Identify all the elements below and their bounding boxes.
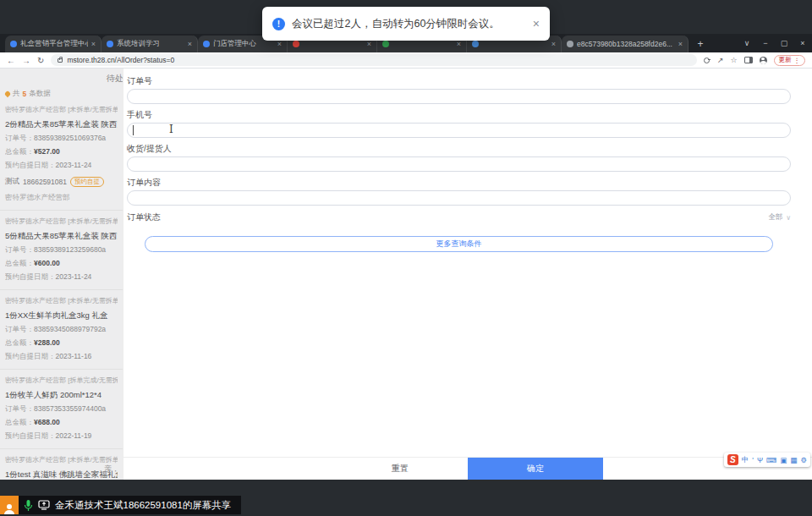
tab-favicon <box>107 41 113 47</box>
phone-field-label: 手机号 <box>127 111 791 119</box>
window-controls: ∨ − ▢ × <box>738 34 812 52</box>
buyer-phone: 18662591081 <box>23 178 67 186</box>
chrome-update-button[interactable]: 更新 ⋮ <box>774 55 806 66</box>
confirm-button[interactable]: 确定 <box>468 458 603 480</box>
profile-avatar-icon[interactable] <box>760 57 767 64</box>
sogou-logo-icon[interactable]: S <box>727 454 738 465</box>
date-label: 预约自提日期： <box>5 431 56 440</box>
order-card[interactable]: 密特罗德水产经营部 [未拆单/无需拆单] 2份精品大果85苹果礼盒装 陕西洛阳1… <box>0 99 123 211</box>
order-no-value: 83857353355974400a <box>34 404 106 413</box>
tab-gift-platform[interactable]: 礼盒营销平台管理中心 × <box>5 36 102 52</box>
password-key-icon[interactable] <box>704 57 710 63</box>
browser-window: 礼盒营销平台管理中心 × 系统培训学习 × 门店管理中心 × × × × <box>0 34 812 480</box>
date-label: 预约自提日期： <box>5 352 56 360</box>
maximize-button[interactable]: ▢ <box>775 39 793 47</box>
tab-favicon <box>472 41 479 47</box>
date-label: 预约自提日期： <box>5 161 56 169</box>
count-prefix: 共 <box>13 89 20 99</box>
tab-favicon <box>293 41 299 47</box>
tab-close-icon[interactable]: × <box>367 40 371 48</box>
consignee-field-label: 收货/提货人 <box>127 145 791 153</box>
window-close-button[interactable]: × <box>793 39 812 47</box>
voice-input-icon[interactable]: Ψ <box>757 456 763 464</box>
tab-close-icon[interactable]: × <box>551 40 556 48</box>
amount-label: 总金额： <box>5 259 34 267</box>
reset-button[interactable]: 重置 <box>332 458 468 480</box>
order-card[interactable]: 密特罗德水产经营部 [拆单完成/无需拆单] 1份牧羊人鲜奶 200ml*12*4… <box>0 370 123 449</box>
minimize-button[interactable]: − <box>756 39 775 47</box>
date-value: 2023-11-24 <box>56 272 92 281</box>
count-value: 5 <box>23 90 27 98</box>
order-card[interactable]: 密特罗德水产经营部 [未拆单/无需拆单] 5份精品大果85苹果礼盒装 陕西洛阳1… <box>0 211 123 290</box>
amount-label: 总金额： <box>5 418 34 426</box>
toast-close-icon[interactable]: × <box>533 17 540 30</box>
tab-close-icon[interactable]: × <box>91 40 96 48</box>
amount-value: ¥288.00 <box>34 338 60 347</box>
skin-icon[interactable]: ▣ <box>780 456 787 464</box>
forward-icon[interactable]: → <box>22 56 30 65</box>
back-icon[interactable]: ← <box>7 56 15 65</box>
filter-footer: 重置 确定 <box>123 457 812 480</box>
store-header: 密特罗德水产经营部 [未拆单/无需拆单] <box>5 105 118 114</box>
new-tab-button[interactable]: + <box>694 37 707 51</box>
tab-close-icon[interactable]: × <box>678 40 683 48</box>
consignee-input[interactable] <box>127 156 791 172</box>
chinese-mode-icon[interactable]: 中 <box>742 455 749 465</box>
store-header: 密特罗德水产经营部 [拆单完成/无需拆单] <box>5 376 118 385</box>
mouse-cursor-ibeam: I <box>169 124 173 135</box>
reload-icon[interactable]: ↻ <box>37 56 44 65</box>
browser-menu-icon[interactable]: ∨ <box>738 39 756 47</box>
tab-training[interactable]: 系统培训学习 × <box>102 36 198 52</box>
bookmark-star-icon[interactable]: ☆ <box>730 56 737 64</box>
soft-keyboard-icon[interactable]: ⌨ <box>766 456 776 464</box>
order-no-label: 订单号： <box>5 134 34 142</box>
url-bar[interactable]: mstore.th28.cn/AllOrder?status=0 <box>51 54 696 66</box>
order-status-select[interactable]: 全部 ∨ <box>768 212 791 222</box>
globe-favicon <box>567 41 573 47</box>
settings-icon[interactable]: ⚙ <box>800 456 807 464</box>
order-card[interactable]: 密特罗德水产经营部 [未拆单/无需拆单] 1份XX生鲜羊肉礼盒3kg 礼盒 订单… <box>0 290 123 370</box>
buyer-row: 测试 18662591081 预约自提 <box>5 177 118 187</box>
toolbox-icon[interactable]: ▦ <box>790 456 797 464</box>
amount-value: ¥527.00 <box>34 147 60 156</box>
lock-icon <box>58 58 63 63</box>
tab-favicon <box>203 41 210 47</box>
date-value: 2022-11-19 <box>56 431 92 440</box>
order-no-label: 订单号： <box>5 245 34 254</box>
store-header: 密特罗德水产经营部 [未拆单/无需拆单] <box>5 296 118 305</box>
product-title: 2份精品大果85苹果礼盒装 陕西洛阳16 <box>5 119 118 130</box>
more-filters-button[interactable]: 更多查询条件 <box>145 236 773 252</box>
tab-label: 系统培训学习 <box>117 39 184 49</box>
order-no-input[interactable] <box>127 89 791 104</box>
phone-input[interactable] <box>127 123 791 138</box>
screen-share-icon <box>38 500 50 510</box>
order-content-input[interactable] <box>127 190 791 206</box>
share-icon[interactable]: ↗ <box>717 56 724 64</box>
tab-favicon <box>10 41 17 47</box>
amount-label: 总金额： <box>5 338 34 347</box>
side-panel-icon[interactable] <box>744 57 753 63</box>
amount-value: ¥600.00 <box>34 259 60 267</box>
page-content: 待处理 共 5 条数据 密特罗德水产经营部 [未拆单/无需拆单] 2份精品大果8… <box>0 69 812 480</box>
order-filter-panel: 订单号 手机号 收货/提货人 订单内容 订单状态 全部 ∨ <box>123 69 812 480</box>
order-no-value: 83859389123259680a <box>34 245 106 254</box>
punctuation-icon[interactable]: ' <box>752 456 754 464</box>
order-status-value: 全部 <box>768 212 782 222</box>
tab-label: 门店管理中心 <box>213 39 274 49</box>
info-icon: ! <box>272 18 285 30</box>
tab-close-icon[interactable]: × <box>457 40 461 48</box>
order-status-row: 订单状态 全部 ∨ <box>127 212 791 222</box>
update-label: 更新 <box>779 56 792 64</box>
ime-toolbar[interactable]: S 中 ' Ψ ⌨ ▣ ▦ ⚙ <box>724 453 810 467</box>
order-no-label: 订单号： <box>5 325 34 333</box>
sharer-avatar <box>0 496 19 514</box>
tab-hash-page[interactable]: e8c573980b1328a258fd2e6... × <box>562 36 689 52</box>
screen-share-bar: 金禾通技术王斌18662591081的屏幕共享 <box>0 496 241 514</box>
location-pin-icon <box>4 91 11 97</box>
product-title: 1份牧羊人鲜奶 200ml*12*4 <box>5 390 118 401</box>
tab-label: e8c573980b1328a258fd2e6... <box>577 40 675 48</box>
store-header: 密特罗德水产经营部 [未拆单/无需拆单] <box>5 455 118 464</box>
tab-pending-orders[interactable]: 待处理 <box>107 73 123 85</box>
tab-close-icon[interactable]: × <box>188 40 192 48</box>
tab-close-icon[interactable]: × <box>277 40 282 48</box>
